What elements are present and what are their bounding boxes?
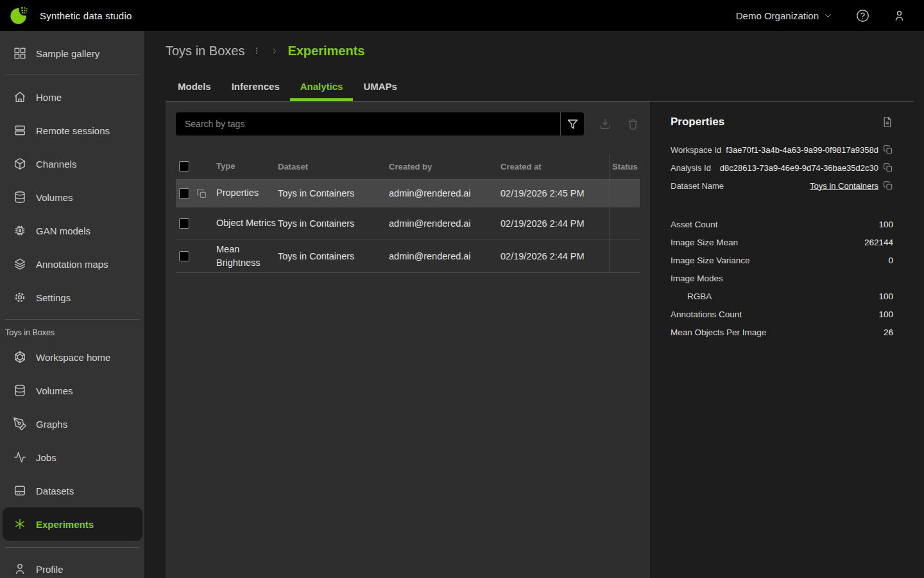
sidebar-item-channels[interactable]: Channels (0, 147, 144, 180)
tab-analytics[interactable]: Analytics (290, 71, 354, 101)
sidebar-divider (5, 74, 139, 74)
cell-created-at: 02/19/2026 2:44 PM (501, 251, 610, 261)
sidebar-item-jobs[interactable]: Jobs (0, 441, 144, 474)
cell-dataset: Toys in Containers (278, 218, 389, 229)
cell-created-by: admin@rendered.ai (389, 251, 501, 261)
main-content: Toys in Boxes Experiments Models Inferen… (144, 31, 924, 578)
cell-status (610, 207, 640, 240)
sidebar-divider (5, 319, 139, 320)
tab-inferences[interactable]: Inferences (221, 71, 290, 101)
row-checkbox[interactable] (179, 218, 189, 229)
sidebar-item-label: Channels (36, 159, 76, 170)
field-dataset-name: Dataset Name Toys in Containers (671, 177, 893, 195)
field-label: Dataset Name (671, 181, 724, 191)
sidebar-item-label: Workspace home (36, 352, 110, 363)
column-header-dataset: Dataset (278, 162, 389, 171)
sidebar-item-sample-gallery[interactable]: Sample gallery (0, 37, 144, 70)
grid-icon (13, 46, 27, 60)
user-icon[interactable] (893, 9, 906, 22)
pen-tool-icon (13, 417, 27, 431)
table-row[interactable]: Properties Toys in Containers admin@rend… (176, 180, 640, 207)
tab-umaps[interactable]: UMAPs (353, 71, 407, 101)
kebab-menu-icon[interactable] (252, 45, 261, 57)
cell-type: Mean Brightness (213, 243, 278, 270)
copy-icon[interactable] (883, 180, 893, 191)
field-label: Workspace Id (671, 145, 721, 155)
breadcrumb-current: Experiments (287, 44, 364, 58)
cell-type: Object Metrics (213, 216, 278, 230)
tab-models[interactable]: Models (167, 71, 221, 101)
field-value: d8c28613-73a9-46e9-9d74-36bae35d2c30 (720, 163, 878, 173)
sidebar-item-datasets[interactable]: Datasets (0, 474, 144, 507)
organization-name: Demo Organization (736, 10, 819, 21)
sidebar-item-label: GAN models (36, 225, 90, 236)
sidebar-divider (5, 547, 139, 548)
cell-created-at: 02/19/2026 2:44 PM (501, 218, 610, 229)
column-header-created-at: Created at (501, 162, 610, 171)
table-header-row: Type Dataset Created by Created at Statu… (176, 153, 640, 180)
sidebar-item-annotation-maps[interactable]: Annotation maps (0, 247, 144, 281)
sidebar-item-label: Jobs (36, 452, 56, 463)
table-toolbar (176, 112, 640, 136)
search-input[interactable] (176, 112, 560, 136)
duplicate-row-icon[interactable] (196, 188, 213, 199)
sidebar-item-gan-models[interactable]: GAN models (0, 214, 144, 247)
sidebar-item-label: Settings (36, 292, 71, 303)
stat-rgba: RGBA 100 (671, 287, 893, 305)
cell-created-at: 02/19/2026 2:45 PM (501, 188, 610, 198)
help-icon[interactable] (856, 9, 869, 22)
sidebar-item-graphs[interactable]: Graphs (0, 407, 144, 441)
chip-icon (13, 223, 27, 238)
sidebar: Sample gallery Home Remote sessions Chan… (0, 31, 144, 578)
topbar: Synthetic data studio Demo Organization (0, 0, 924, 31)
database-icon (13, 383, 27, 398)
select-all-checkbox[interactable] (179, 161, 189, 171)
dataset-link[interactable]: Toys in Containers (810, 181, 878, 191)
sidebar-item-profile[interactable]: Profile (0, 552, 144, 578)
report-document-icon[interactable] (882, 116, 893, 128)
organization-selector[interactable]: Demo Organization (736, 10, 833, 21)
sidebar-item-volumes[interactable]: Volumes (0, 180, 144, 214)
stat-image-modes: Image Modes (671, 269, 893, 287)
table-row[interactable]: Object Metrics Toys in Containers admin@… (176, 207, 640, 240)
layers-icon (13, 257, 27, 271)
table-row[interactable]: Mean Brightness Toys in Containers admin… (176, 240, 640, 273)
sidebar-item-workspace-home[interactable]: Workspace home (0, 340, 144, 374)
sidebar-item-experiments[interactable]: Experiments (3, 507, 142, 541)
breadcrumb-workspace[interactable]: Toys in Boxes (166, 44, 244, 58)
sidebar-item-label: Graphs (36, 419, 67, 430)
search-box (176, 112, 584, 136)
sidebar-item-label: Annotation maps (36, 259, 108, 270)
sidebar-item-label: Experiments (36, 519, 94, 530)
sidebar-item-label: Profile (36, 564, 64, 575)
drive-icon (13, 484, 27, 498)
cell-status (610, 240, 640, 272)
copy-icon[interactable] (883, 144, 893, 155)
stat-mean-objects-per-image: Mean Objects Per Image 26 (671, 323, 893, 341)
column-header-type: Type (213, 161, 278, 173)
stat-annotations-count: Annotations Count 100 (671, 305, 893, 323)
chevron-down-icon (823, 11, 833, 21)
sidebar-item-ws-volumes[interactable]: Volumes (0, 374, 144, 407)
geodesic-icon (13, 350, 27, 364)
download-button[interactable] (598, 117, 612, 131)
topbar-actions: Demo Organization (736, 9, 906, 22)
gear-icon (13, 290, 27, 304)
experiments-asterisk-icon (13, 517, 27, 531)
delete-button[interactable] (626, 118, 640, 131)
copy-icon[interactable] (883, 162, 893, 173)
sidebar-item-remote-sessions[interactable]: Remote sessions (0, 114, 144, 147)
stat-asset-count: Asset Count 100 (671, 215, 893, 233)
sidebar-item-settings[interactable]: Settings (0, 281, 144, 314)
row-checkbox[interactable] (179, 251, 189, 261)
tab-bar: Models Inferences Analytics UMAPs (166, 71, 914, 101)
cell-status (610, 180, 640, 207)
cube-icon (13, 157, 27, 171)
sidebar-item-label: Sample gallery (36, 48, 99, 59)
app-title: Synthetic data studio (40, 10, 132, 21)
person-icon (13, 562, 27, 576)
sidebar-item-label: Home (36, 92, 62, 103)
filter-button[interactable] (561, 112, 584, 136)
row-checkbox[interactable] (179, 188, 189, 198)
sidebar-item-home[interactable]: Home (0, 80, 144, 114)
